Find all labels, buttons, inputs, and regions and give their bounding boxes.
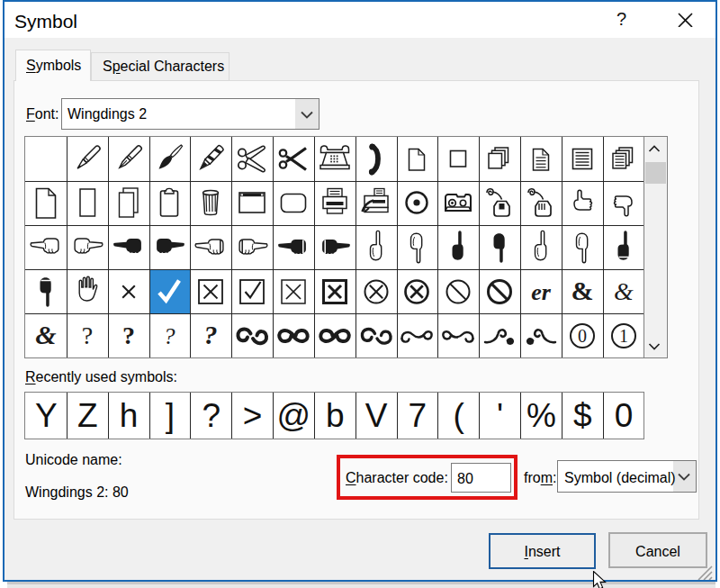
svg-text:?: ? bbox=[122, 321, 135, 349]
svg-text:1: 1 bbox=[619, 326, 628, 346]
svg-text:?: ? bbox=[82, 321, 93, 349]
svg-text:?: ? bbox=[164, 323, 176, 349]
svg-text:&: & bbox=[35, 320, 56, 349]
svg-text:&: & bbox=[614, 277, 634, 305]
svg-text:?: ? bbox=[204, 320, 218, 349]
svg-text:er: er bbox=[531, 279, 552, 305]
svg-text:&: & bbox=[571, 276, 593, 305]
svg-text:0: 0 bbox=[578, 326, 587, 346]
